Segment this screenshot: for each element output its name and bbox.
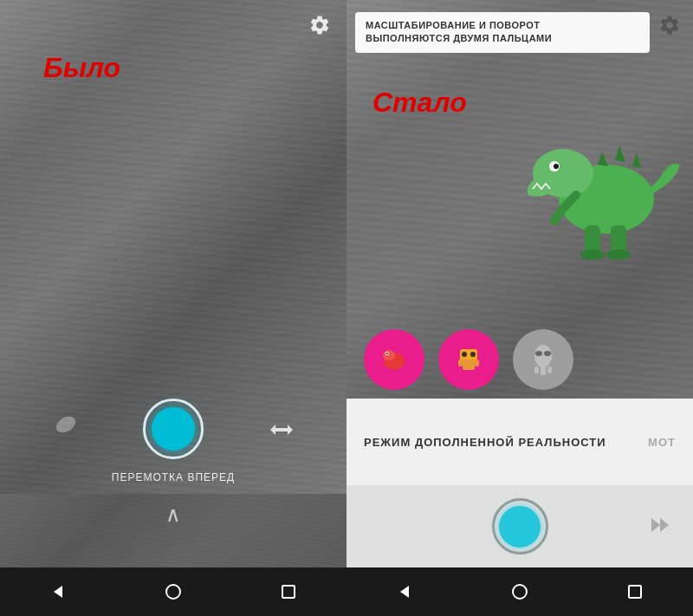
- settings-icon-left[interactable]: [308, 14, 333, 38]
- home-button-left[interactable]: [163, 581, 184, 602]
- svg-point-0: [54, 413, 79, 436]
- svg-rect-32: [629, 586, 641, 598]
- svg-rect-25: [541, 365, 546, 375]
- svg-point-17: [462, 352, 467, 357]
- svg-rect-3: [282, 586, 295, 598]
- bylo-label: Было: [43, 52, 120, 84]
- main-container: Было ПЕРЕМОТКА ВПЕРЕД ∧: [0, 0, 693, 616]
- back-button-left[interactable]: [48, 581, 68, 602]
- shutter-button[interactable]: [143, 399, 204, 459]
- svg-point-15: [386, 353, 388, 354]
- svg-rect-27: [547, 366, 552, 373]
- svg-point-11: [606, 250, 631, 260]
- right-shutter-button[interactable]: [492, 498, 548, 554]
- svg-point-18: [470, 352, 476, 357]
- right-shutter-area: [346, 485, 693, 567]
- svg-point-23: [535, 351, 542, 356]
- left-nav-bar: [0, 567, 346, 616]
- svg-point-22: [534, 345, 552, 367]
- ar-dinosaur: [511, 113, 667, 251]
- forward-icon-right[interactable]: [651, 516, 676, 537]
- svg-point-31: [513, 585, 527, 599]
- back-button-right[interactable]: [394, 581, 415, 602]
- right-shutter-inner: [499, 506, 541, 548]
- character-buttons: [346, 329, 693, 390]
- right-camera-view[interactable]: МАСШТАБИРОВАНИЕ И ПОВОРОТВЫПОЛНЯЮТСЯ ДВУ…: [346, 0, 693, 399]
- svg-marker-29: [660, 518, 669, 532]
- camera-switch-icon[interactable]: [269, 421, 295, 442]
- svg-point-10: [580, 250, 605, 260]
- right-panel: МАСШТАБИРОВАНИЕ И ПОВОРОТВЫПОЛНЯЮТСЯ ДВУ…: [346, 0, 693, 616]
- svg-marker-1: [54, 586, 62, 598]
- svg-point-13: [383, 350, 395, 360]
- recents-button-right[interactable]: [625, 581, 645, 602]
- mot-label: МОТ: [648, 436, 676, 449]
- chevron-up-icon[interactable]: ∧: [165, 503, 181, 527]
- svg-marker-28: [651, 518, 660, 532]
- left-camera-view[interactable]: Было ПЕРЕМОТКА ВПЕРЕД: [0, 0, 346, 494]
- svg-point-24: [544, 351, 551, 356]
- shutter-inner: [152, 407, 195, 451]
- svg-rect-19: [463, 360, 475, 370]
- ar-mode-bar: РЕЖИМ ДОПОЛНЕННОЙ РЕАЛЬНОСТИ МОТ: [346, 399, 693, 485]
- svg-point-7: [554, 164, 559, 169]
- char-btn-alien[interactable]: [513, 329, 573, 390]
- ar-mode-label: РЕЖИМ ДОПОЛНЕННОЙ РЕАЛЬНОСТИ: [364, 436, 648, 449]
- svg-marker-30: [400, 586, 409, 598]
- stalo-label: Стало: [372, 87, 467, 119]
- rewind-text: ПЕРЕМОТКА ВПЕРЕД: [0, 471, 346, 483]
- home-button-right[interactable]: [509, 581, 530, 602]
- svg-rect-21: [475, 360, 479, 366]
- settings-icon-right[interactable]: [658, 14, 683, 38]
- svg-point-2: [166, 585, 180, 599]
- tooltip-text: МАСШТАБИРОВАНИЕ И ПОВОРОТВЫПОЛНЯЮТСЯ ДВУ…: [366, 19, 639, 46]
- char-btn-dino[interactable]: [364, 329, 424, 390]
- left-panel: Было ПЕРЕМОТКА ВПЕРЕД ∧: [0, 0, 346, 616]
- tooltip-box: МАСШТАБИРОВАНИЕ И ПОВОРОТВЫПОЛНЯЮТСЯ ДВУ…: [355, 12, 650, 53]
- svg-rect-26: [534, 366, 539, 373]
- recents-button-left[interactable]: [278, 581, 299, 602]
- char-btn-robot[interactable]: [438, 329, 499, 390]
- right-nav-bar: [346, 567, 693, 616]
- left-bottom-preview: ∧: [0, 494, 346, 567]
- flash-icon[interactable]: [52, 411, 80, 442]
- svg-rect-20: [458, 360, 463, 366]
